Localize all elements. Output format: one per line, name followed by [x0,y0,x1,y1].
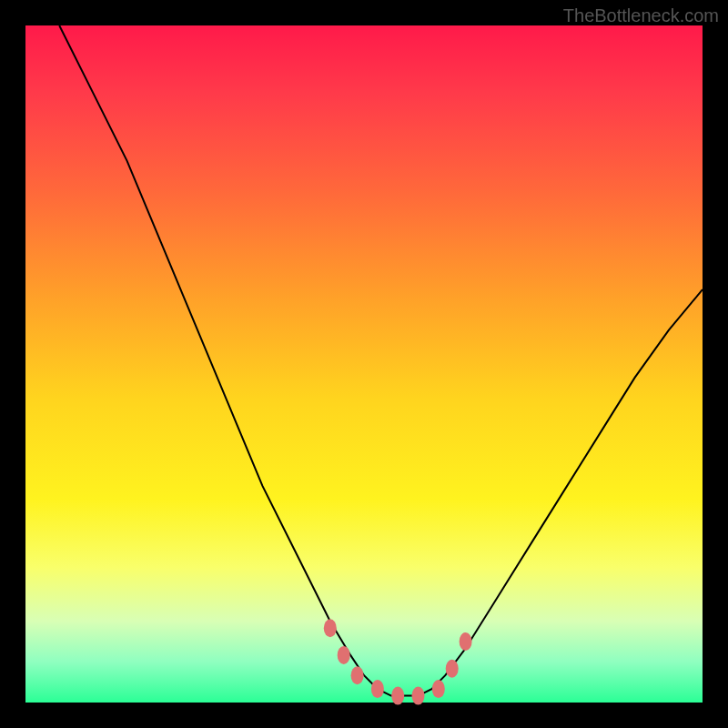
curve-marker [371,680,384,698]
curve-marker [391,687,404,705]
curve-marker [432,680,445,698]
curve-marker [412,687,425,705]
bottleneck-curve-svg [25,25,703,703]
curve-marker [351,666,364,684]
curve-markers-group [324,619,472,704]
curve-marker [460,632,472,651]
bottleneck-curve [59,25,703,696]
chart-frame: TheBottleneck.com [0,0,728,728]
curve-marker [338,646,350,664]
watermark-text: TheBottleneck.com [563,5,719,26]
curve-marker [446,660,459,678]
plot-area [25,25,703,703]
curve-marker [324,619,337,637]
